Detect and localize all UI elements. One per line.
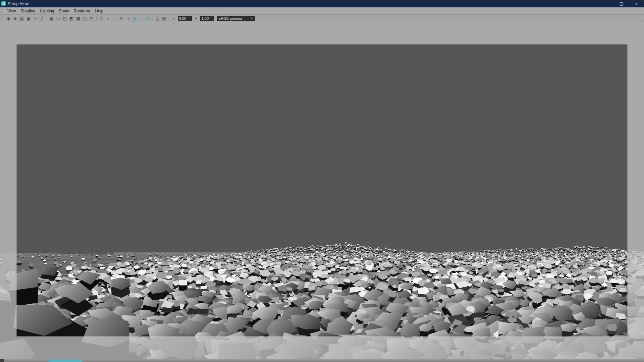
menu-view[interactable]: View [5, 8, 18, 14]
chevron-down-icon: ▾ [249, 17, 255, 20]
safe-title-icon[interactable]: ◻ [89, 15, 95, 21]
field-chart-icon[interactable]: ▩ [75, 15, 82, 21]
textured-icon[interactable]: ◐ [111, 15, 118, 21]
grease-pencil-icon[interactable]: ╱ [39, 15, 45, 21]
persp-view-window: M Persp View ─ ▢ × ┆ ViewShadingLighting… [0, 0, 644, 362]
menu-bar: ┆ ViewShadingLightingShowRendererHelp [0, 7, 644, 15]
shadows-icon[interactable]: ◑ [125, 15, 131, 21]
isolate-select-icon[interactable]: ◬ [154, 15, 161, 21]
toolbar-grip[interactable]: ┆ [1, 16, 5, 20]
bottom-strip [0, 359, 644, 362]
gamma-icon[interactable]: ◓ [193, 15, 199, 21]
perspective-viewport[interactable] [0, 22, 644, 359]
menu-show[interactable]: Show [57, 8, 71, 14]
film-gate-icon[interactable]: ▭ [55, 15, 61, 21]
menu-lighting[interactable]: Lighting [38, 8, 56, 14]
menu-shading[interactable]: Shading [18, 8, 38, 14]
resolution-gate-icon[interactable]: ◫ [62, 15, 68, 21]
gamma-input[interactable] [200, 16, 214, 21]
menu-grip[interactable]: ┆ [1, 9, 5, 13]
safe-action-icon[interactable]: ▢ [82, 15, 88, 21]
toolbar-separator [153, 16, 153, 21]
grid-icon[interactable]: ▦ [48, 15, 55, 21]
bottom-notch [0, 359, 4, 362]
use-all-lights-icon[interactable]: ☀ [118, 15, 124, 21]
toolbar-separator [96, 16, 97, 21]
pan-zoom-2d-icon[interactable]: + [32, 15, 39, 21]
menu-renderer[interactable]: Renderer [71, 8, 93, 14]
window-title: Persp View [8, 1, 29, 6]
select-camera-icon[interactable]: ◉ [5, 15, 12, 21]
menu-items: ViewShadingLightingShowRendererHelp [5, 8, 106, 14]
maya-app-icon: M [1, 1, 6, 6]
occlusion-icon[interactable]: ◍ [131, 15, 138, 21]
view-transform-dropdown[interactable]: sRGB gamma ▾ [217, 16, 255, 21]
view-transform-value: sRGB gamma [217, 16, 249, 20]
panel-toolbar: ┆ ◉◈▤▣+╱▦▭◫◩▩▢◻◇●◐☀◑◍◌◎◬▨ ◒ ◓ sRGB gamma… [0, 15, 644, 22]
wireframe-icon[interactable]: ◇ [98, 15, 104, 21]
motion-blur-icon[interactable]: ◌ [138, 15, 145, 21]
viewport-canvas[interactable] [0, 22, 644, 359]
minimize-button[interactable]: ─ [599, 0, 614, 7]
image-plane-icon[interactable]: ▣ [25, 15, 32, 21]
multisample-icon[interactable]: ◎ [145, 15, 151, 21]
xray-icon[interactable]: ▨ [161, 15, 167, 21]
toolbar-separator [169, 16, 169, 21]
bottom-accent [49, 360, 82, 362]
titlebar[interactable]: M Persp View ─ ▢ × [0, 0, 644, 7]
toolbar-separator [47, 16, 47, 21]
gate-mask-icon[interactable]: ◩ [68, 15, 75, 21]
smooth-shade-icon[interactable]: ● [105, 15, 111, 21]
camera-attributes-icon[interactable]: ▤ [19, 15, 25, 21]
window-controls: ─ ▢ × [599, 0, 644, 7]
lock-camera-icon[interactable]: ◈ [12, 15, 18, 21]
restore-button[interactable]: ▢ [614, 0, 629, 7]
exposure-icon[interactable]: ◒ [170, 15, 177, 21]
close-button[interactable]: × [629, 0, 644, 7]
menu-help[interactable]: Help [93, 8, 106, 14]
toolbar-icons: ◉◈▤▣+╱▦▭◫◩▩▢◻◇●◐☀◑◍◌◎◬▨ [5, 15, 170, 21]
exposure-input[interactable] [178, 16, 192, 21]
